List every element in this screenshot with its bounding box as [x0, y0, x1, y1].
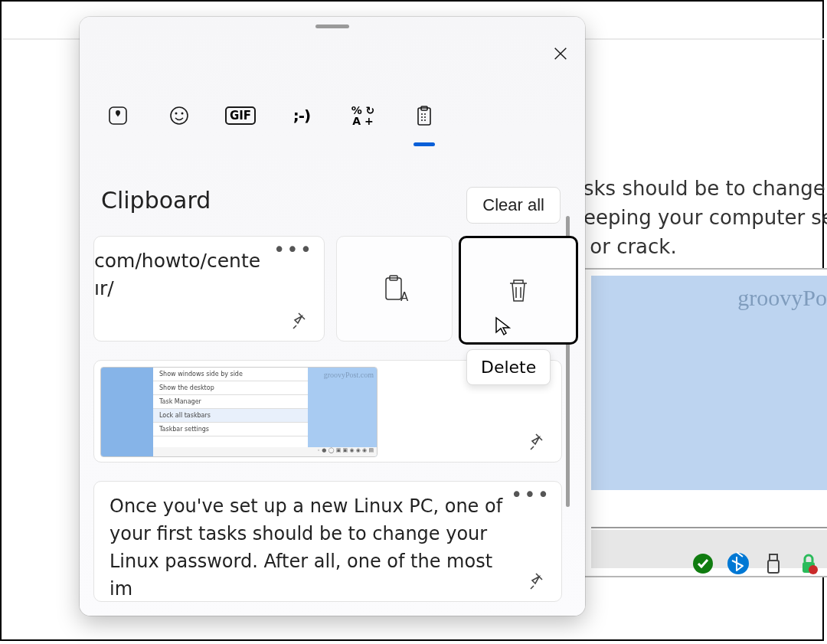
svg-point-9 — [181, 113, 184, 115]
close-button[interactable] — [545, 38, 576, 69]
clear-all-button[interactable]: Clear all — [466, 187, 561, 224]
paste-as-text-button[interactable]: A — [336, 236, 453, 342]
thumb-menu-item: Show windows side by side — [153, 368, 308, 381]
pin-button[interactable] — [526, 569, 551, 593]
gif-tab[interactable]: GIF — [222, 97, 259, 134]
svg-rect-3 — [768, 561, 779, 573]
drag-handle[interactable] — [315, 25, 349, 28]
clipboard-thumbnail: groovyPost.com Show windows side by side… — [100, 367, 378, 457]
category-tabs: GIF ;-) % ↻A + — [100, 97, 443, 134]
more-button[interactable]: ••• — [273, 246, 313, 253]
clipboard-item-text[interactable]: Once you've set up a new Linux PC, one o… — [93, 481, 562, 602]
emoji-tab[interactable] — [161, 97, 198, 134]
thumb-menu-item: Task Manager — [153, 395, 308, 409]
kaomoji-tab[interactable]: ;-) — [283, 97, 320, 134]
more-button[interactable]: ••• — [511, 491, 551, 499]
delete-tooltip: Delete — [466, 349, 551, 385]
thumb-menu-item: Taskbar settings — [153, 423, 308, 436]
thumb-taskbar: ◦ ● ◯ ▣ ▣ ◉ ◉ ◉ ▤ — [153, 447, 377, 456]
svg-rect-12 — [386, 278, 401, 299]
svg-point-7 — [171, 107, 188, 124]
background-watermark: groovyPo — [737, 285, 827, 311]
clipboard-item-content: Once you've set up a new Linux PC, one o… — [110, 492, 508, 603]
thumbnail-watermark: groovyPost.com — [324, 371, 374, 379]
system-tray — [691, 551, 821, 579]
svg-rect-2 — [770, 554, 777, 561]
lock-icon[interactable] — [796, 551, 821, 579]
clipboard-item-content: com/howto/cente ır/ — [94, 247, 286, 302]
clipboard-tab[interactable] — [406, 97, 443, 134]
cursor-icon — [493, 315, 515, 337]
shield-icon[interactable] — [691, 551, 715, 579]
app-frame: sks should be to change y eeping your co… — [0, 0, 824, 641]
symbols-tab[interactable]: % ↻A + — [345, 97, 381, 134]
background-thumbnail: groovyPo — [583, 268, 827, 577]
svg-point-8 — [175, 113, 178, 115]
usb-icon[interactable] — [761, 551, 786, 579]
thumb-menu-item: Lock all taskbars — [153, 409, 308, 423]
favorites-tab[interactable] — [100, 97, 136, 134]
bluetooth-icon[interactable] — [726, 551, 750, 579]
svg-point-5 — [809, 565, 818, 574]
thumb-menu-item: Show the desktop — [153, 381, 308, 395]
svg-text:A: A — [400, 290, 409, 304]
clipboard-item-text[interactable]: com/howto/cente ır/ ••• — [93, 236, 325, 342]
clipboard-panel: GIF ;-) % ↻A + Clipboard Clear all com/h… — [80, 17, 585, 616]
section-title: Clipboard — [101, 187, 211, 214]
pin-button[interactable] — [289, 309, 313, 333]
delete-button[interactable] — [459, 236, 578, 345]
background-article-text: sks should be to change y eeping your co… — [583, 174, 827, 261]
pin-button[interactable] — [526, 430, 551, 454]
